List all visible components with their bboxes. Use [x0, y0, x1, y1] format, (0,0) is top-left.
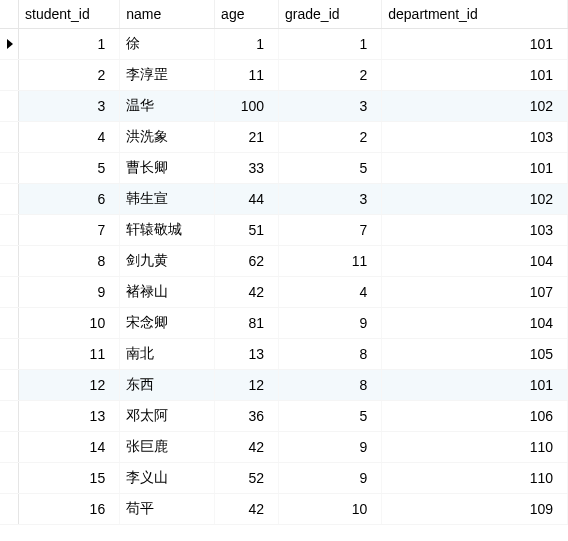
cell-grade-id[interactable]: 8: [279, 339, 382, 370]
cell-name[interactable]: 轩辕敬城: [120, 215, 215, 246]
cell-department-id[interactable]: 102: [382, 184, 568, 215]
cell-grade-id[interactable]: 5: [279, 401, 382, 432]
cell-student-id[interactable]: 10: [19, 308, 120, 339]
cell-student-id[interactable]: 6: [19, 184, 120, 215]
table-row[interactable]: 10宋念卿819104: [0, 308, 568, 339]
cell-student-id[interactable]: 7: [19, 215, 120, 246]
cell-name[interactable]: 李义山: [120, 463, 215, 494]
cell-grade-id[interactable]: 4: [279, 277, 382, 308]
cell-name[interactable]: 邓太阿: [120, 401, 215, 432]
cell-grade-id[interactable]: 10: [279, 494, 382, 525]
cell-grade-id[interactable]: 9: [279, 308, 382, 339]
cell-department-id[interactable]: 103: [382, 215, 568, 246]
cell-name[interactable]: 褚禄山: [120, 277, 215, 308]
cell-name[interactable]: 宋念卿: [120, 308, 215, 339]
row-gutter[interactable]: [0, 432, 19, 463]
cell-grade-id[interactable]: 9: [279, 463, 382, 494]
row-gutter[interactable]: [0, 370, 19, 401]
cell-age[interactable]: 42: [215, 494, 279, 525]
cell-department-id[interactable]: 101: [382, 60, 568, 91]
col-header-name[interactable]: name: [120, 0, 215, 29]
row-gutter[interactable]: [0, 463, 19, 494]
cell-student-id[interactable]: 12: [19, 370, 120, 401]
cell-age[interactable]: 52: [215, 463, 279, 494]
cell-department-id[interactable]: 103: [382, 122, 568, 153]
row-gutter[interactable]: [0, 215, 19, 246]
table-row[interactable]: 13邓太阿365106: [0, 401, 568, 432]
table-row[interactable]: 11南北138105: [0, 339, 568, 370]
row-gutter[interactable]: [0, 308, 19, 339]
cell-age[interactable]: 42: [215, 432, 279, 463]
cell-department-id[interactable]: 102: [382, 91, 568, 122]
table-row[interactable]: 15李义山529110: [0, 463, 568, 494]
cell-name[interactable]: 温华: [120, 91, 215, 122]
cell-name[interactable]: 南北: [120, 339, 215, 370]
row-gutter[interactable]: [0, 246, 19, 277]
cell-student-id[interactable]: 5: [19, 153, 120, 184]
row-gutter[interactable]: [0, 153, 19, 184]
cell-age[interactable]: 36: [215, 401, 279, 432]
cell-name[interactable]: 东西: [120, 370, 215, 401]
cell-name[interactable]: 张巨鹿: [120, 432, 215, 463]
table-row[interactable]: 8剑九黄6211104: [0, 246, 568, 277]
cell-grade-id[interactable]: 2: [279, 122, 382, 153]
table-row[interactable]: 16苟平4210109: [0, 494, 568, 525]
cell-student-id[interactable]: 15: [19, 463, 120, 494]
cell-grade-id[interactable]: 2: [279, 60, 382, 91]
table-row[interactable]: 14张巨鹿429110: [0, 432, 568, 463]
cell-grade-id[interactable]: 3: [279, 184, 382, 215]
table-row[interactable]: 2李淳罡112101: [0, 60, 568, 91]
cell-age[interactable]: 44: [215, 184, 279, 215]
cell-age[interactable]: 62: [215, 246, 279, 277]
cell-name[interactable]: 洪洗象: [120, 122, 215, 153]
row-gutter[interactable]: [0, 494, 19, 525]
cell-student-id[interactable]: 8: [19, 246, 120, 277]
cell-student-id[interactable]: 1: [19, 29, 120, 60]
cell-age[interactable]: 51: [215, 215, 279, 246]
table-row[interactable]: 7轩辕敬城517103: [0, 215, 568, 246]
cell-department-id[interactable]: 104: [382, 246, 568, 277]
cell-grade-id[interactable]: 3: [279, 91, 382, 122]
cell-name[interactable]: 苟平: [120, 494, 215, 525]
cell-age[interactable]: 11: [215, 60, 279, 91]
cell-age[interactable]: 81: [215, 308, 279, 339]
cell-grade-id[interactable]: 5: [279, 153, 382, 184]
cell-grade-id[interactable]: 1: [279, 29, 382, 60]
row-gutter[interactable]: [0, 339, 19, 370]
table-row[interactable]: 12东西128101: [0, 370, 568, 401]
cell-department-id[interactable]: 110: [382, 463, 568, 494]
cell-student-id[interactable]: 3: [19, 91, 120, 122]
cell-department-id[interactable]: 104: [382, 308, 568, 339]
cell-student-id[interactable]: 9: [19, 277, 120, 308]
data-grid[interactable]: student_id name age grade_id department_…: [0, 0, 568, 525]
col-header-student-id[interactable]: student_id: [19, 0, 120, 29]
cell-student-id[interactable]: 13: [19, 401, 120, 432]
col-header-department-id[interactable]: department_id: [382, 0, 568, 29]
cell-age[interactable]: 1: [215, 29, 279, 60]
cell-department-id[interactable]: 110: [382, 432, 568, 463]
table-row[interactable]: 6韩生宣443102: [0, 184, 568, 215]
cell-student-id[interactable]: 4: [19, 122, 120, 153]
cell-name[interactable]: 韩生宣: [120, 184, 215, 215]
cell-student-id[interactable]: 14: [19, 432, 120, 463]
row-gutter[interactable]: [0, 122, 19, 153]
cell-department-id[interactable]: 109: [382, 494, 568, 525]
row-gutter[interactable]: [0, 29, 19, 60]
table-row[interactable]: 3温华1003102: [0, 91, 568, 122]
cell-name[interactable]: 李淳罡: [120, 60, 215, 91]
cell-department-id[interactable]: 101: [382, 153, 568, 184]
cell-grade-id[interactable]: 11: [279, 246, 382, 277]
cell-name[interactable]: 徐: [120, 29, 215, 60]
cell-age[interactable]: 100: [215, 91, 279, 122]
cell-age[interactable]: 12: [215, 370, 279, 401]
cell-student-id[interactable]: 16: [19, 494, 120, 525]
row-gutter[interactable]: [0, 401, 19, 432]
table-row[interactable]: 4洪洗象212103: [0, 122, 568, 153]
col-header-grade-id[interactable]: grade_id: [279, 0, 382, 29]
cell-age[interactable]: 13: [215, 339, 279, 370]
table-row[interactable]: 9褚禄山424107: [0, 277, 568, 308]
cell-department-id[interactable]: 106: [382, 401, 568, 432]
cell-student-id[interactable]: 2: [19, 60, 120, 91]
cell-name[interactable]: 曹长卿: [120, 153, 215, 184]
cell-department-id[interactable]: 105: [382, 339, 568, 370]
